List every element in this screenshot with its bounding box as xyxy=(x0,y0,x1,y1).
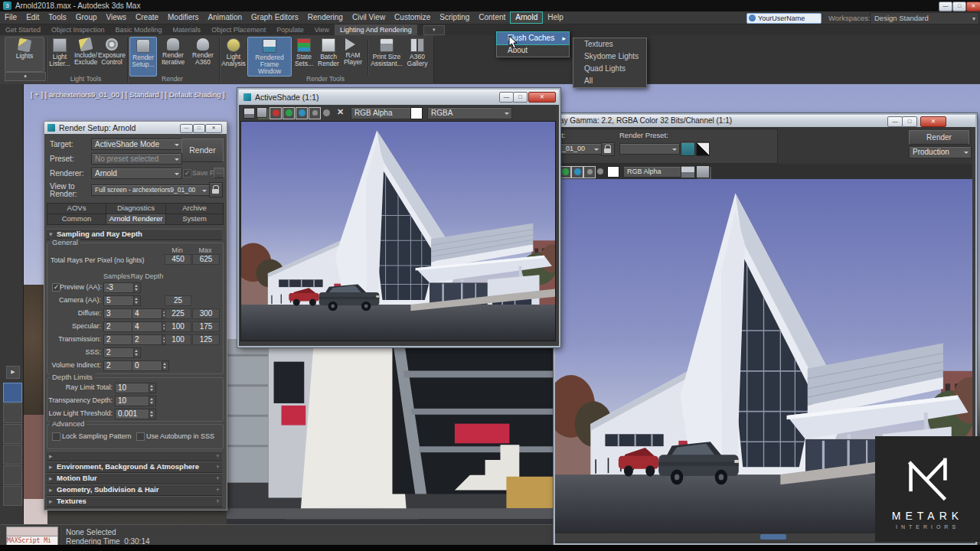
include-exclude-button[interactable]: Include/ Exclude xyxy=(74,37,98,75)
render-setup-titlebar[interactable]: Render Setup: Arnold — □ ✕ xyxy=(44,122,227,134)
tab-object-inspection[interactable]: Object Inspection xyxy=(46,24,110,35)
layer-button-active[interactable] xyxy=(3,383,22,403)
layer-button[interactable] xyxy=(3,403,22,423)
activeshade-channel-dropdown[interactable]: RGB Alpha xyxy=(351,107,419,119)
rfw-render-preset-dropdown[interactable] xyxy=(619,143,680,155)
tab-system[interactable]: System xyxy=(165,214,224,225)
tab-lighting-and-rendering[interactable]: Lighting And Rendering xyxy=(335,24,417,35)
tab-basic-modeling[interactable]: Basic Modeling xyxy=(110,24,168,35)
render-button[interactable]: Render xyxy=(181,139,224,162)
menu-arnold[interactable]: Arnold xyxy=(510,11,543,24)
bw-toggle-icon[interactable] xyxy=(696,142,710,156)
app-close-button[interactable]: ✕ xyxy=(966,2,980,11)
ribbon-panel-toggle[interactable]: ▾ xyxy=(423,25,445,35)
save-image-icon[interactable] xyxy=(243,107,255,119)
camera-aa-field[interactable]: 5 xyxy=(103,295,141,306)
activeshade-titlebar[interactable]: ActiveShade (1:1) — □ ✕ xyxy=(239,90,559,105)
activeshade-minimize-button[interactable]: — xyxy=(499,92,514,103)
rfw-render-button[interactable]: Render xyxy=(909,130,969,145)
collapsed-rollout[interactable]: ▸ + xyxy=(47,451,222,461)
menu-scripting[interactable]: Scripting xyxy=(435,12,474,23)
dialog-maximize-button[interactable]: □ xyxy=(193,124,205,133)
panel-expand-button[interactable]: ▶ xyxy=(6,366,20,379)
clear-color-swatch[interactable] xyxy=(607,166,619,178)
monochrome-channel-button[interactable] xyxy=(597,168,603,174)
rollout-geometry[interactable]: ▸ Geometry, Subdivision & Hair + xyxy=(47,484,222,496)
tab-populate[interactable]: Populate xyxy=(271,24,309,35)
menu-edit[interactable]: Edit xyxy=(21,12,44,23)
clone-image-icon[interactable] xyxy=(696,165,710,178)
rollout-motion-blur[interactable]: ▸ Motion Blur + xyxy=(47,473,222,484)
monochrome-channel-button[interactable] xyxy=(323,109,330,116)
app-maximize-button[interactable]: □ xyxy=(952,2,966,11)
rfw-titlebar[interactable]: ay Gamma: 2.2, RGBA Color 32 Bits/Channe… xyxy=(555,115,975,127)
autobump-checkbox[interactable] xyxy=(136,432,145,441)
tab-view[interactable]: View xyxy=(309,24,335,35)
green-channel-button[interactable] xyxy=(283,107,295,119)
blue-channel-button[interactable] xyxy=(571,166,583,178)
spinner[interactable] xyxy=(149,396,155,406)
renderer-dropdown[interactable]: Arnold xyxy=(91,168,182,179)
menu-civil-view[interactable]: Civil View xyxy=(348,12,390,23)
ray-limit-field[interactable]: 10 xyxy=(115,383,156,393)
volume-indirect-depth-field[interactable]: 0 xyxy=(132,360,169,371)
spinner[interactable] xyxy=(149,409,155,419)
menu-file[interactable]: File xyxy=(0,12,21,23)
tab-materials[interactable]: Materials xyxy=(168,24,207,35)
submenu-item-all[interactable]: All xyxy=(573,75,646,87)
spinner[interactable] xyxy=(133,348,140,357)
preview-aa-field[interactable]: -3 xyxy=(103,282,141,293)
layer-button[interactable] xyxy=(3,445,22,465)
tab-archive[interactable]: Archive xyxy=(165,203,224,214)
low-light-threshold-field[interactable]: 0.001 xyxy=(115,409,156,419)
sss-samples-field[interactable]: 2 xyxy=(103,347,141,358)
transparency-depth-field[interactable]: 10 xyxy=(115,396,156,406)
batch-render-button[interactable]: Batch Render xyxy=(317,37,340,75)
lock-sampling-checkbox[interactable] xyxy=(52,432,60,441)
activeshade-rgba-dropdown[interactable]: RGBA xyxy=(427,107,512,119)
menu-views[interactable]: Views xyxy=(102,12,132,23)
spinner[interactable] xyxy=(133,283,140,292)
activeshade-maximize-button[interactable]: □ xyxy=(513,92,528,103)
activeshade-close-button[interactable]: ✕ xyxy=(528,92,556,103)
clone-image-icon[interactable] xyxy=(256,107,267,118)
tab-object-placement[interactable]: Object Placement xyxy=(206,24,271,35)
workspace-dropdown[interactable]: Design Standard ▾ xyxy=(870,12,979,24)
dialog-close-button[interactable]: ✕ xyxy=(205,124,222,133)
transmission-depth-field[interactable]: 2 xyxy=(132,334,169,345)
rendered-frame-window-button[interactable]: Rendered Frame Window xyxy=(247,37,292,77)
view-lock-button[interactable] xyxy=(209,182,223,197)
submenu-item-skydome-lights[interactable]: Skydome Lights xyxy=(573,51,646,63)
menu-group[interactable]: Group xyxy=(71,12,102,23)
save-image-icon[interactable] xyxy=(681,165,695,178)
rfw-minimize-button[interactable]: — xyxy=(887,116,903,127)
save-file-checkbox[interactable]: ✓ xyxy=(183,169,191,178)
menu-tools[interactable]: Tools xyxy=(44,12,70,23)
save-file-browse-button[interactable]: ... xyxy=(214,168,224,178)
tab-arnold-renderer[interactable]: Arnold Renderer xyxy=(106,214,166,225)
menu-modifiers[interactable]: Modifiers xyxy=(163,12,204,23)
diffuse-depth-field[interactable]: 4 xyxy=(132,308,169,319)
menu-help[interactable]: Help xyxy=(543,12,568,23)
spinner[interactable] xyxy=(149,383,155,393)
light-lister-button[interactable]: Light Lister... xyxy=(47,37,72,75)
spinner[interactable] xyxy=(133,296,140,305)
target-dropdown[interactable]: ActiveShade Mode xyxy=(91,139,182,150)
state-sets-button[interactable]: State Sets... xyxy=(292,37,315,75)
close-rendering-icon[interactable]: ✕ xyxy=(337,107,344,117)
menu-customize[interactable]: Customize xyxy=(390,12,435,23)
blue-channel-button[interactable] xyxy=(296,107,308,119)
clone-rendered-frame-icon[interactable] xyxy=(681,142,695,156)
menu-graph-editors[interactable]: Graph Editors xyxy=(247,12,303,23)
render-a360-button[interactable]: Render A360 xyxy=(190,37,216,75)
viewport-label[interactable]: [ + ] [ archexteriors9_01_00 ] [ Standar… xyxy=(31,90,225,99)
lights-button[interactable]: Lights xyxy=(5,37,44,72)
alpha-channel-button[interactable] xyxy=(309,107,321,119)
rfw-viewport-dropdown[interactable]: _01_00 xyxy=(558,143,602,155)
rollout-textures[interactable]: ▸ Textures + xyxy=(47,496,222,507)
green-channel-button[interactable] xyxy=(559,166,571,178)
print-size-assistant-button[interactable]: Print Size Assistant... xyxy=(371,37,403,75)
layer-button[interactable] xyxy=(3,465,22,485)
rfw-close-button[interactable]: ✕ xyxy=(920,116,946,127)
menu-create[interactable]: Create xyxy=(131,12,163,23)
